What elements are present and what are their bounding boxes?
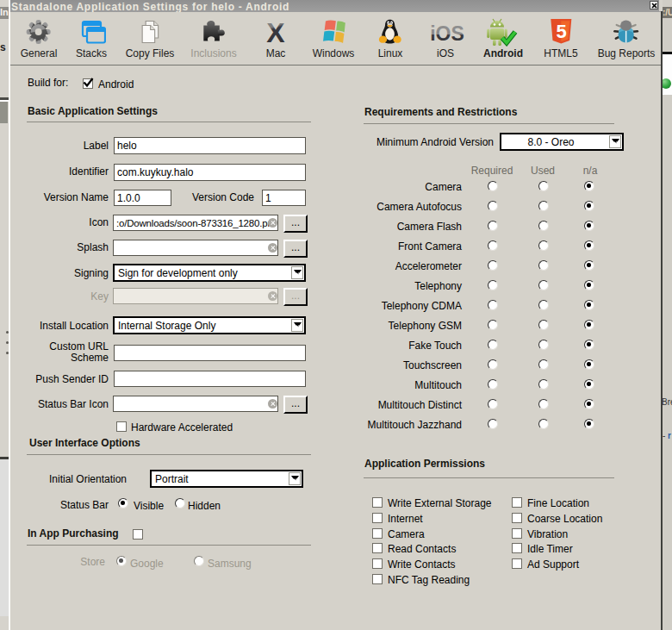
svg-text:iOS: iOS	[430, 22, 464, 45]
svg-text:5: 5	[556, 21, 566, 42]
svg-text:X: X	[266, 17, 285, 47]
